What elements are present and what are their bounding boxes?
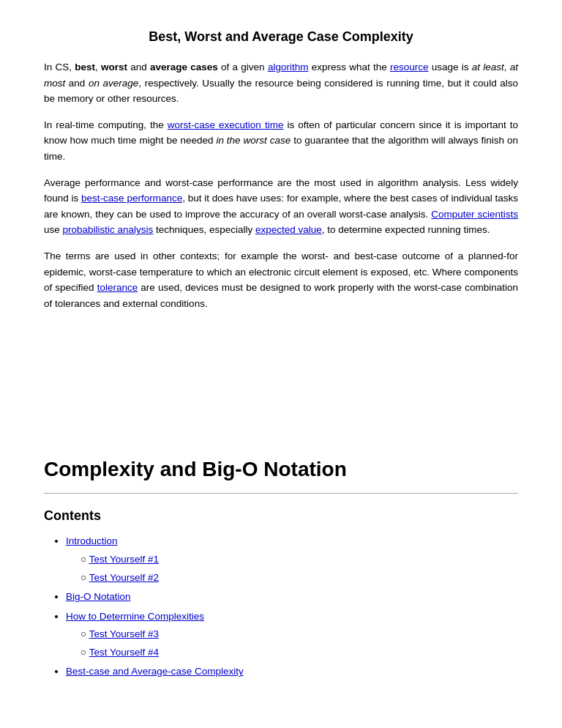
em-at-least: at least [472, 62, 504, 73]
link-bigo-notation[interactable]: Big-O Notation [66, 591, 131, 602]
introduction-sublist: Test Yourself #1 Test Yourself #2 [66, 551, 518, 587]
page-container: Best, Worst and Average Case Complexity … [0, 0, 562, 712]
link-probabilistic-analysis[interactable]: probabilistic analysis [63, 224, 154, 235]
how-to-determine-sublist: Test Yourself #3 Test Yourself #4 [66, 625, 518, 662]
list-item-test-yourself-2: Test Yourself #2 [80, 569, 518, 587]
section-best-worst-average: Best, Worst and Average Case Complexity … [44, 29, 518, 311]
section-divider [44, 493, 518, 494]
link-expected-value[interactable]: expected value [255, 224, 322, 235]
spacer [44, 355, 518, 443]
link-best-case-performance[interactable]: best-case performance [81, 193, 182, 204]
list-item-bigo-notation: Big-O Notation [66, 588, 518, 606]
bold-worst: worst [101, 62, 127, 73]
link-best-average-complexity[interactable]: Best-case and Average-case Complexity [66, 666, 244, 677]
section-1-title: Best, Worst and Average Case Complexity [44, 29, 518, 45]
bold-average-cases: average cases [150, 62, 218, 73]
list-item-test-yourself-4: Test Yourself #4 [80, 644, 518, 661]
contents-title: Contents [44, 508, 518, 524]
link-tolerance[interactable]: tolerance [97, 282, 138, 293]
list-item-how-to-determine: How to Determine Complexities Test Yours… [66, 608, 518, 662]
link-resource[interactable]: resource [390, 62, 429, 73]
link-test-yourself-2[interactable]: Test Yourself #2 [89, 572, 159, 583]
list-item-introduction: Introduction Test Yourself #1 Test Yours… [66, 532, 518, 587]
em-in-worst-case: in the worst case [216, 135, 291, 146]
paragraph-3: Average performance and worst-case perfo… [44, 175, 518, 238]
link-how-to-determine[interactable]: How to Determine Complexities [66, 611, 204, 622]
link-test-yourself-3[interactable]: Test Yourself #3 [89, 628, 159, 639]
paragraph-4: The terms are used in other contexts; fo… [44, 248, 518, 311]
contents-list: Introduction Test Yourself #1 Test Yours… [44, 532, 518, 680]
link-introduction[interactable]: Introduction [66, 535, 118, 546]
list-item-test-yourself-3: Test Yourself #3 [80, 625, 518, 643]
paragraph-2: In real-time computing, the worst-case e… [44, 117, 518, 165]
paragraph-1: In CS, best, worst and average cases of … [44, 59, 518, 107]
bold-best: best [75, 62, 95, 73]
section-2-title: Complexity and Big-O Notation [44, 458, 518, 481]
section-complexity-bigo: Complexity and Big-O Notation Contents I… [44, 458, 518, 680]
em-on-average: on average [89, 78, 138, 89]
link-test-yourself-4[interactable]: Test Yourself #4 [89, 647, 159, 658]
link-algorithm[interactable]: algorithm [268, 62, 309, 73]
link-computer-scientists[interactable]: Computer scientists [431, 209, 518, 220]
link-test-yourself-1[interactable]: Test Yourself #1 [89, 554, 159, 565]
list-item-test-yourself-1: Test Yourself #1 [80, 551, 518, 568]
link-worst-case-execution-time[interactable]: worst-case execution time [168, 119, 284, 130]
list-item-best-average-complexity: Best-case and Average-case Complexity [66, 663, 518, 680]
